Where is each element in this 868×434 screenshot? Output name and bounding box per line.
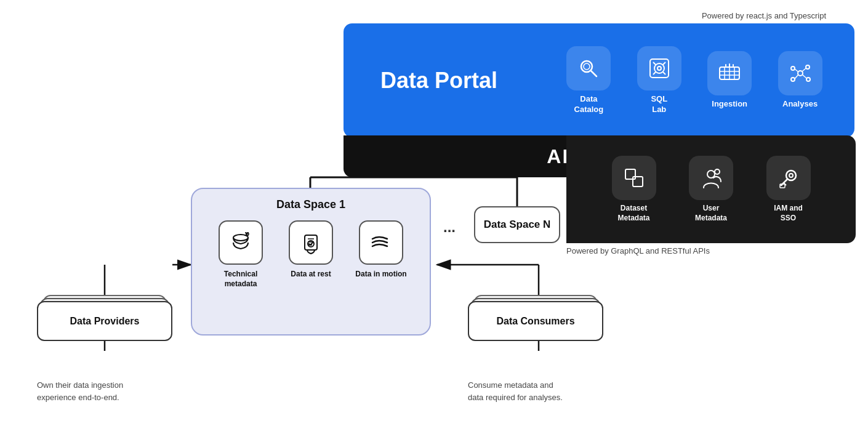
analyses-label: Analyses bbox=[782, 99, 818, 110]
data-space-1-icons: Technicalmetadata Data at rest bbox=[201, 220, 420, 289]
api-icon-user-metadata: UserMetadata bbox=[689, 156, 733, 223]
stack-front: Data Providers bbox=[37, 301, 172, 341]
svg-rect-55 bbox=[305, 235, 317, 250]
svg-line-21 bbox=[653, 72, 656, 74]
data-catalog-icon-box bbox=[566, 46, 611, 90]
ingestion-icon-box bbox=[707, 51, 752, 95]
data-catalog-label: DataCatalog bbox=[574, 94, 604, 115]
user-metadata-label: UserMetadata bbox=[695, 204, 727, 223]
svg-point-36 bbox=[806, 78, 810, 81]
svg-point-46 bbox=[707, 171, 715, 178]
data-in-motion-icon-box bbox=[359, 220, 403, 265]
data-in-motion-label: Data in motion bbox=[355, 270, 406, 279]
sql-lab-label: SQLLab bbox=[651, 94, 667, 115]
technical-metadata-icon bbox=[228, 230, 253, 255]
svg-line-38 bbox=[795, 69, 798, 72]
diagram-container: ... ... Powered by react.js and Typescri… bbox=[0, 0, 868, 434]
svg-rect-43 bbox=[633, 177, 643, 187]
svg-point-35 bbox=[806, 65, 810, 69]
banner-icons-area: DataCatalog SQLLab bbox=[534, 23, 854, 137]
data-at-rest-label: Data at rest bbox=[291, 270, 331, 279]
svg-point-23 bbox=[657, 66, 661, 70]
ds-icon-technical-metadata: Technicalmetadata bbox=[210, 220, 271, 289]
api-icon-dataset-metadata: DatasetMetadata bbox=[612, 156, 656, 223]
technical-metadata-icon-box bbox=[219, 220, 263, 265]
data-portal-title: Data Portal bbox=[380, 68, 497, 94]
iam-sso-label: IAM andSSO bbox=[774, 204, 803, 223]
data-space-1-box: Data Space 1 Technicalmetadata bbox=[191, 188, 431, 336]
technical-metadata-label: Technicalmetadata bbox=[224, 270, 257, 289]
sql-lab-icon bbox=[647, 56, 672, 81]
data-space-n-title: Data Space N bbox=[484, 219, 551, 231]
svg-point-49 bbox=[789, 174, 793, 177]
user-metadata-icon bbox=[699, 166, 723, 190]
search-magnify-icon bbox=[576, 56, 601, 81]
iam-sso-icon bbox=[776, 166, 801, 190]
user-metadata-icon-box bbox=[689, 156, 733, 200]
stack-front-c: Data Consumers bbox=[468, 301, 603, 341]
ds-icon-data-in-motion: Data in motion bbox=[350, 220, 412, 279]
ds-icon-data-at-rest: Data at rest bbox=[280, 220, 342, 279]
api-dark-panel: DatasetMetadata UserMetadata bbox=[566, 135, 856, 243]
analyses-icon-box bbox=[778, 51, 822, 95]
portal-icon-ingestion: Ingestion bbox=[707, 51, 752, 110]
data-in-motion-icon bbox=[369, 230, 393, 255]
powered-graphql-label: Powered by GraphQL and RESTful APIs bbox=[566, 246, 710, 255]
data-providers-description: Own their data ingestionexperience end-t… bbox=[37, 379, 160, 403]
svg-point-37 bbox=[791, 78, 795, 81]
svg-line-39 bbox=[802, 68, 806, 71]
data-consumers-title: Data Consumers bbox=[496, 316, 574, 327]
svg-point-48 bbox=[786, 171, 796, 180]
svg-line-20 bbox=[663, 62, 665, 65]
data-portal-banner: Data Portal DataCatalog bbox=[344, 23, 854, 137]
svg-point-47 bbox=[715, 169, 720, 174]
analyses-icon bbox=[788, 61, 813, 86]
svg-line-19 bbox=[653, 62, 656, 65]
svg-point-16 bbox=[584, 63, 590, 70]
powered-react-label: Powered by react.js and Typescript bbox=[702, 11, 826, 20]
data-providers-title: Data Providers bbox=[70, 316, 140, 327]
api-icon-iam-sso: IAM andSSO bbox=[766, 156, 811, 223]
svg-point-34 bbox=[791, 66, 795, 70]
data-space-1-title: Data Space 1 bbox=[201, 198, 420, 211]
dataset-metadata-icon bbox=[622, 166, 646, 190]
svg-line-40 bbox=[802, 74, 806, 78]
banner-title-area: Data Portal bbox=[344, 23, 534, 137]
data-providers-stacked-box: Data Providers bbox=[37, 301, 172, 341]
data-providers-area: Data Providers Own their data ingestione… bbox=[37, 301, 172, 403]
data-consumers-description: Consume metadata anddata required for an… bbox=[468, 379, 591, 403]
portal-icon-data-catalog: DataCatalog bbox=[566, 46, 611, 115]
data-at-rest-icon bbox=[299, 230, 323, 255]
data-space-n-box: Data Space N bbox=[474, 206, 560, 243]
svg-point-18 bbox=[654, 63, 664, 73]
dataset-metadata-label: DatasetMetadata bbox=[617, 204, 649, 223]
data-consumers-stacked-box: Data Consumers bbox=[468, 301, 603, 341]
iam-sso-icon-box bbox=[766, 156, 811, 200]
ingestion-label: Ingestion bbox=[712, 99, 747, 110]
data-at-rest-icon-box bbox=[289, 220, 333, 265]
svg-rect-42 bbox=[625, 169, 635, 179]
svg-line-15 bbox=[591, 71, 597, 76]
svg-rect-17 bbox=[650, 59, 669, 78]
sql-lab-icon-box bbox=[637, 46, 681, 90]
ellipsis-data-spaces: ... bbox=[443, 219, 456, 236]
ingestion-icon bbox=[717, 61, 742, 86]
dataset-metadata-icon-box bbox=[612, 156, 656, 200]
portal-icon-analyses: Analyses bbox=[778, 51, 822, 110]
svg-line-41 bbox=[795, 74, 798, 79]
svg-line-22 bbox=[663, 72, 665, 74]
data-consumers-area: Data Consumers Consume metadata anddata … bbox=[468, 301, 603, 403]
portal-icon-sql-lab: SQLLab bbox=[637, 46, 681, 115]
